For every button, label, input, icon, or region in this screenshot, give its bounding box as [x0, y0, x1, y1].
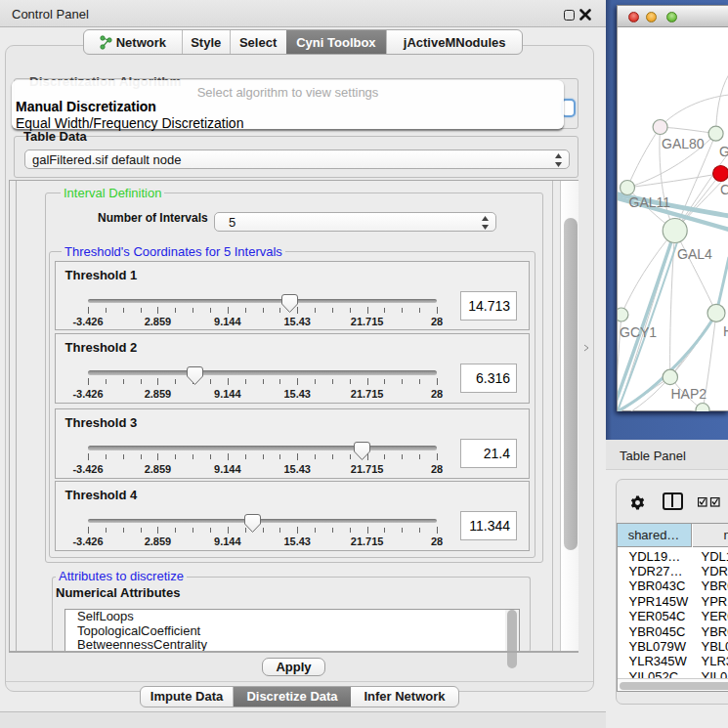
svg-text:GAL4: GAL4	[677, 246, 712, 262]
svg-text:GAL80: GAL80	[662, 136, 705, 151]
svg-text:C: C	[720, 182, 728, 197]
svg-text:GAL11: GAL11	[629, 194, 671, 210]
svg-text:H: H	[723, 323, 728, 339]
svg-text:GA: GA	[719, 144, 728, 159]
svg-text:GCY1: GCY1	[620, 324, 657, 340]
svg-text:HAP2: HAP2	[671, 386, 707, 402]
